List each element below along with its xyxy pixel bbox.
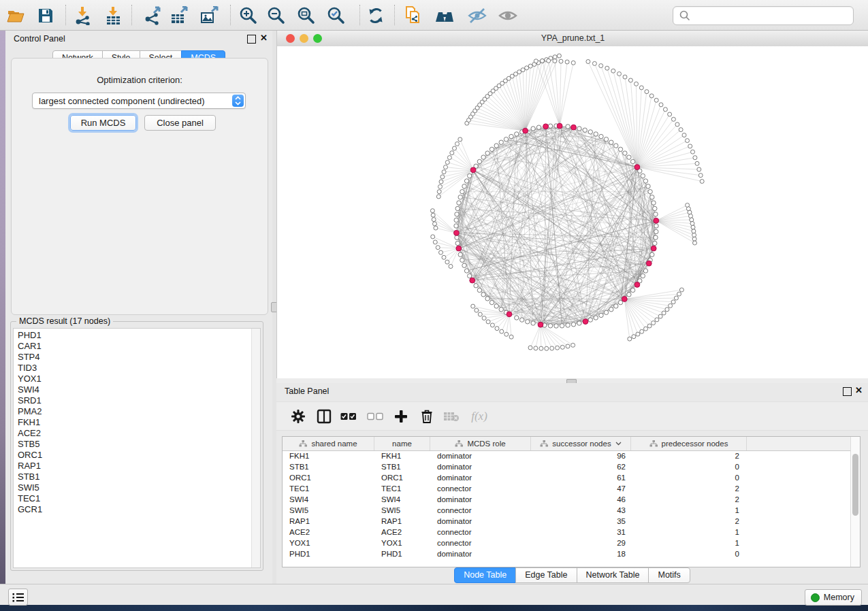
cell-mcds-role[interactable]: connector	[430, 484, 531, 493]
add-row-button[interactable]	[390, 406, 412, 427]
cell-shared-name[interactable]: ORC1	[283, 474, 374, 482]
table-tab-node-table[interactable]: Node Table	[454, 567, 516, 583]
cell-mcds-role[interactable]: dominator	[430, 495, 531, 503]
cell-mcds-role[interactable]: connector	[430, 528, 531, 536]
cell-name[interactable]: SWI5	[374, 506, 430, 514]
clone-network-button[interactable]	[402, 5, 424, 27]
horizontal-splitter[interactable]	[276, 378, 868, 383]
float-window-icon[interactable]	[843, 387, 852, 396]
float-window-icon[interactable]	[247, 35, 256, 44]
column-header-name[interactable]: name	[374, 437, 430, 450]
cell-successor-nodes[interactable]: 47	[531, 484, 631, 493]
cell-predecessor-nodes[interactable]: 2	[631, 484, 747, 493]
export-image-button[interactable]	[198, 5, 220, 27]
close-panel-icon[interactable]: ✕	[260, 33, 268, 43]
cell-shared-name[interactable]: STB1	[283, 463, 374, 471]
cell-name[interactable]: SWI4	[374, 495, 430, 503]
mcds-result-item[interactable]: GCR1	[14, 504, 251, 515]
delete-rows-button[interactable]	[416, 406, 438, 427]
mcds-result-item[interactable]: YOX1	[14, 374, 251, 384]
search-field[interactable]	[673, 6, 854, 25]
table-row[interactable]: TEC1TEC1connector472	[283, 483, 851, 494]
network-canvas[interactable]	[277, 46, 868, 378]
memory-button[interactable]: Memory	[805, 589, 862, 606]
mcds-result-item[interactable]: TID3	[14, 363, 251, 374]
cell-successor-nodes[interactable]: 29	[531, 539, 631, 547]
mcds-result-item[interactable]: SRD1	[14, 395, 251, 406]
fit-content-button[interactable]	[295, 5, 317, 27]
cell-predecessor-nodes[interactable]: 0	[631, 474, 747, 482]
cell-shared-name[interactable]: ACE2	[283, 528, 374, 536]
cell-predecessor-nodes[interactable]: 1	[631, 506, 747, 514]
table-row[interactable]: STB1STB1dominator620	[283, 461, 851, 472]
cell-successor-nodes[interactable]: 18	[531, 550, 631, 558]
cell-predecessor-nodes[interactable]: 2	[631, 495, 747, 503]
mcds-result-item[interactable]: SWI5	[14, 482, 251, 493]
mcds-result-item[interactable]: STB1	[14, 472, 251, 482]
table-tab-motifs[interactable]: Motifs	[648, 567, 690, 583]
first-neighbors-button[interactable]	[434, 5, 455, 27]
show-columns-button[interactable]	[313, 406, 335, 427]
column-header-predecessor-nodes[interactable]: predecessor nodes	[631, 437, 747, 450]
cell-predecessor-nodes[interactable]: 2	[631, 517, 747, 525]
zoom-in-button[interactable]	[238, 5, 259, 27]
cell-mcds-role[interactable]: dominator	[430, 463, 531, 471]
cell-shared-name[interactable]: SWI4	[283, 495, 374, 503]
task-history-button[interactable]	[8, 589, 28, 606]
table-row[interactable]: SWI5SWI5connector431	[283, 505, 851, 516]
cell-shared-name[interactable]: TEC1	[283, 484, 374, 493]
cell-predecessor-nodes[interactable]: 0	[631, 463, 747, 471]
function-builder-button[interactable]: f(x)	[466, 406, 493, 427]
table-row[interactable]: PHD1PHD1dominator180	[283, 548, 851, 559]
table-row[interactable]: ORC1ORC1dominator610	[283, 472, 851, 483]
mcds-result-item[interactable]: STP4	[14, 352, 251, 363]
mcds-result-item[interactable]: CAR1	[14, 341, 251, 352]
open-file-button[interactable]	[5, 5, 27, 27]
table-row[interactable]: SWI4SWI4dominator462	[283, 494, 851, 505]
cell-shared-name[interactable]: YOX1	[283, 539, 374, 547]
cell-successor-nodes[interactable]: 35	[531, 517, 631, 525]
cell-shared-name[interactable]: RAP1	[283, 517, 374, 525]
cell-name[interactable]: FKH1	[374, 452, 430, 460]
mcds-result-item[interactable]: PMA2	[14, 406, 251, 417]
run-mcds-button[interactable]: Run MCDS	[70, 115, 136, 131]
table-scrollbar[interactable]	[850, 437, 860, 567]
cell-mcds-role[interactable]: dominator	[430, 517, 531, 525]
mcds-result-item[interactable]: ORC1	[14, 450, 251, 461]
apply-preferred-layout-button[interactable]	[365, 5, 387, 27]
search-input[interactable]	[691, 9, 853, 22]
table-row[interactable]: YOX1YOX1connector291	[283, 538, 851, 548]
cell-name[interactable]: ORC1	[374, 474, 430, 482]
cell-successor-nodes[interactable]: 43	[531, 506, 631, 514]
cell-shared-name[interactable]: SWI5	[283, 506, 374, 514]
mcds-result-item[interactable]: STB5	[14, 439, 251, 450]
cell-successor-nodes[interactable]: 62	[531, 463, 631, 471]
table-row[interactable]: ACE2ACE2connector311	[283, 527, 851, 538]
delete-table-button[interactable]	[440, 406, 462, 427]
cell-successor-nodes[interactable]: 96	[531, 452, 631, 460]
table-tab-network-table[interactable]: Network Table	[577, 567, 649, 583]
table-row[interactable]: FKH1FKH1dominator962	[283, 450, 851, 461]
cell-name[interactable]: STB1	[374, 463, 430, 471]
column-header-successor-nodes[interactable]: successor nodes	[531, 437, 631, 450]
import-table-button[interactable]	[102, 5, 124, 27]
cell-predecessor-nodes[interactable]: 1	[631, 539, 747, 547]
column-header-shared-name[interactable]: shared name	[283, 437, 374, 450]
cell-successor-nodes[interactable]: 46	[531, 495, 631, 503]
mcds-result-item[interactable]: TEC1	[14, 493, 251, 504]
criterion-select[interactable]: largest connected component (undirected)	[32, 93, 246, 109]
zoom-selected-button[interactable]	[325, 5, 347, 27]
export-network-button[interactable]	[142, 5, 164, 27]
column-header-mcds-role[interactable]: MCDS role	[430, 437, 531, 450]
deselect-all-checks-button[interactable]	[364, 406, 386, 427]
mcds-result-item[interactable]: ACE2	[14, 428, 251, 439]
mcds-result-item[interactable]: PHD1	[14, 330, 251, 341]
cell-predecessor-nodes[interactable]: 0	[631, 550, 747, 558]
cell-predecessor-nodes[interactable]: 1	[631, 528, 747, 536]
cell-predecessor-nodes[interactable]: 2	[631, 452, 747, 460]
cell-shared-name[interactable]: FKH1	[283, 452, 374, 460]
cell-successor-nodes[interactable]: 61	[531, 474, 631, 482]
table-tab-edge-table[interactable]: Edge Table	[515, 567, 577, 583]
mcds-result-item[interactable]: FKH1	[14, 417, 251, 428]
cell-name[interactable]: RAP1	[374, 517, 430, 525]
